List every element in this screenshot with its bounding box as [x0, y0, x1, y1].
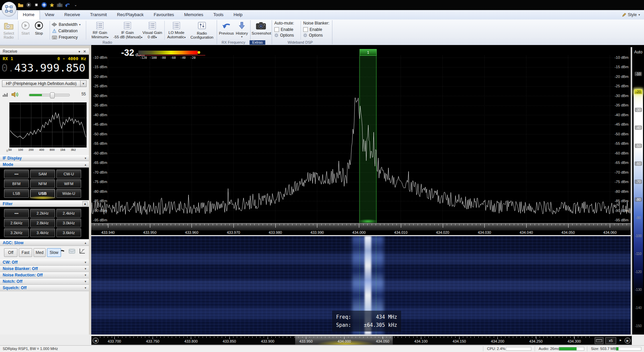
section-filter[interactable]: Filter [0, 201, 89, 207]
tab-memories[interactable]: Memories [179, 10, 208, 19]
range-tick-20[interactable]: -20 [633, 90, 644, 94]
signal-strength-colorbar[interactable] [138, 50, 198, 55]
agc-med-button[interactable]: Med [34, 248, 46, 257]
scroll-up-button[interactable]: ▲ [83, 201, 88, 206]
agc-fast-button[interactable]: Fast [19, 248, 32, 257]
lo-mode-button[interactable]: LO Mode Automatic [166, 20, 187, 40]
stop-button[interactable]: Stop [33, 20, 45, 40]
frequency-display[interactable]: RX 1 0 - 4000 Hz 0.433.999.850 [0, 55, 89, 79]
radio-configuration-button[interactable]: Radio Configuration [189, 20, 215, 40]
right-splitter[interactable] [631, 47, 632, 335]
filter-button-3-6khz[interactable]: 3.6kHz [56, 228, 81, 237]
band-ruler[interactable]: 433.700433.750433.800433.850433.900433.9… [91, 336, 632, 345]
auto-range-button[interactable]: Auto [633, 50, 644, 54]
calibration-button[interactable]: Calibration [52, 28, 77, 34]
noise-blanker-enable-checkbox[interactable]: Enable [303, 27, 331, 32]
filter-button-3-2khz[interactable]: 3.2kHz [4, 228, 29, 237]
audio-device-select[interactable]: HP (Périphérique High Definition Audio) [2, 80, 80, 87]
screenshot-quick-icon[interactable] [56, 2, 63, 8]
audio-range-label: 0 - 4000 Hz [57, 56, 86, 61]
tab-tools[interactable]: Tools [208, 10, 228, 19]
screenshot-button[interactable]: Screenshot [252, 20, 270, 40]
favourite-icon[interactable]: ★ [49, 2, 55, 8]
tab-view[interactable]: View [40, 10, 59, 19]
mode-button-bfm[interactable]: BFM [4, 179, 29, 188]
chevron-right-icon[interactable]: ▸ [620, 338, 622, 342]
section-notch-off[interactable]: Notch: Off [0, 278, 89, 285]
audio-device-dropdown-icon[interactable] [80, 80, 87, 87]
automute-enable-checkbox[interactable]: Enable [274, 27, 299, 32]
tab-receive[interactable]: Receive [59, 10, 85, 19]
open-file-icon[interactable] [17, 2, 24, 8]
section-cw-off[interactable]: CW: Off [0, 259, 89, 266]
channel-marker-tab[interactable]: 1 [360, 49, 377, 56]
rf-gain-button[interactable]: RF Gain Minimum [88, 20, 112, 40]
mode-button-cw-u[interactable]: CW-U [56, 170, 81, 178]
zoom-factor-button[interactable]: x5 [605, 337, 616, 344]
start-icon[interactable] [25, 2, 32, 8]
frequency-button[interactable]: Frequency [52, 34, 78, 40]
undo-icon[interactable] [64, 2, 71, 8]
tab-help[interactable]: Help [228, 10, 248, 19]
tab-home[interactable]: Home [17, 10, 40, 19]
agc-monitor-icon[interactable] [69, 249, 75, 255]
volume-slider[interactable] [29, 94, 70, 96]
speaker-icon[interactable] [11, 92, 19, 99]
mode-button-item-0[interactable]: ••• [4, 170, 29, 178]
bandwidth-button[interactable]: Bandwidth [52, 21, 80, 28]
filter-button-2-8khz[interactable]: 2.8kHz [30, 219, 55, 227]
mode-button-wfm[interactable]: WFM [56, 179, 81, 188]
scroll-left-button[interactable]: ◀ [93, 338, 99, 344]
section-noise-reduction-off[interactable]: Noise Reduction: Off [0, 272, 89, 278]
start-button[interactable]: Start [19, 20, 32, 40]
previous-frequency-button[interactable]: Previous [219, 20, 234, 40]
filter-button-3-0khz[interactable]: 3.0kHz [56, 219, 81, 227]
add-icon[interactable] [41, 2, 47, 8]
noise-blanker-options-button[interactable]: Options [303, 32, 331, 38]
select-radio-button[interactable]: Select Radio [1, 20, 17, 40]
tab-transmit[interactable]: Transmit [85, 10, 112, 19]
waterfall-display[interactable]: Freq:434 MHz Span:±64.305 kHz [91, 236, 632, 335]
history-button[interactable]: History [235, 20, 249, 40]
calibration-icon [52, 29, 57, 33]
filter-button-2-4khz[interactable]: 2.4kHz [56, 209, 81, 218]
mode-button-wide-u[interactable]: Wide-U [56, 189, 81, 198]
panel-collapse-icon[interactable] [78, 48, 80, 55]
application-menu-button[interactable] [2, 2, 16, 16]
filter-button-item-0[interactable]: ••• [4, 209, 29, 218]
waterfall-range-scale[interactable]: Auto -10-20-30-40-50-60-70-80-90-100-110… [633, 45, 644, 335]
ruler-settings-button[interactable] [595, 337, 603, 344]
section-if-display[interactable]: IF Display [0, 155, 89, 161]
section-squelch-off[interactable]: Squelch: Off [0, 285, 89, 291]
db-axis-label: -65 dBm [93, 161, 107, 165]
automute-options-button[interactable]: Options [274, 32, 299, 38]
section-mode[interactable]: Mode [0, 162, 89, 168]
tab-rec-playback[interactable]: Rec/Playback [112, 10, 149, 19]
visual-gain-button[interactable]: Visual Gain 0 dB [142, 20, 162, 40]
filter-button-2-2khz[interactable]: 2.2kHz [30, 209, 55, 218]
mode-button-lsb[interactable]: LSB [4, 189, 29, 198]
equalizer-icon[interactable] [3, 92, 8, 98]
section-noise-blanker-off[interactable]: Noise Blanker: Off [0, 266, 89, 272]
mode-button-nfm[interactable]: NFM [30, 179, 55, 188]
tuned-frequency[interactable]: 0.433.999.850 [1, 61, 85, 74]
agc-slow-button[interactable]: Slow [47, 248, 61, 257]
receive-panel-header[interactable]: Receive ✕ [0, 48, 89, 55]
if-gain-button[interactable]: IF Gain -55 dB (Manual) [113, 20, 142, 40]
panel-close-icon[interactable]: ✕ [83, 48, 86, 55]
style-chooser[interactable]: Style [622, 11, 640, 18]
tab-favourites[interactable]: Favourites [149, 10, 179, 19]
filter-button-3-4khz[interactable]: 3.4kHz [30, 228, 55, 237]
stop-icon[interactable] [33, 2, 40, 8]
agc-off-button[interactable]: Off [4, 248, 17, 257]
scroll-right-button[interactable]: ▶ [625, 338, 631, 344]
filter-button-2-6khz[interactable]: 2.6kHz [4, 219, 29, 227]
section-agc[interactable]: AGC: Slow [0, 240, 89, 246]
volume-slider-handle[interactable] [50, 92, 55, 98]
spectrum-frequency-ruler[interactable] [91, 223, 632, 231]
mode-button-sam[interactable]: SAM [30, 170, 55, 178]
agc-graph-icon[interactable] [79, 248, 85, 255]
quick-access-dropdown-icon[interactable]: ⌄ [72, 2, 79, 8]
panel-splitter[interactable] [89, 48, 91, 345]
spectrum-display[interactable] [91, 47, 632, 235]
